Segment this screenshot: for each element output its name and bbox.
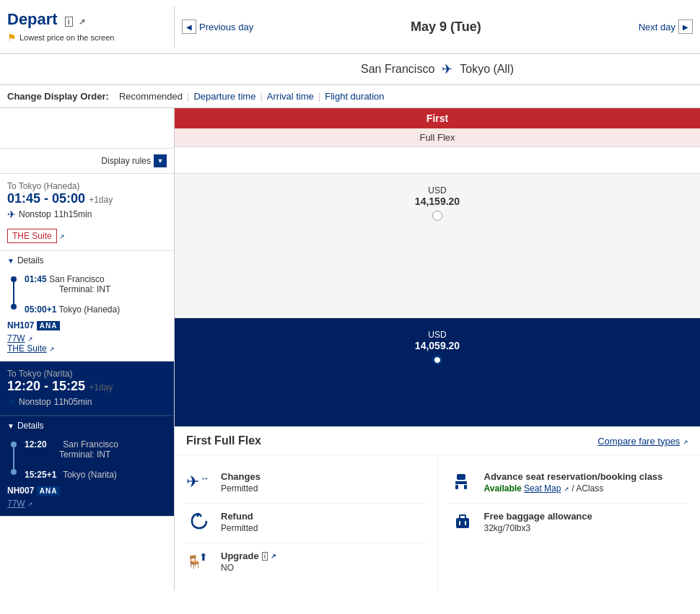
- svg-rect-7: [464, 485, 467, 489]
- flight1-radio-button[interactable]: [432, 211, 442, 221]
- svg-text:✈: ✈: [186, 473, 199, 491]
- flight1-dep-detail-time: 01:45: [25, 274, 47, 284]
- flag-icon: ⚑: [7, 32, 17, 43]
- depart-info-icon[interactable]: i: [65, 17, 73, 27]
- depart-ext-link[interactable]: ↗: [79, 17, 85, 26]
- flight2-price-amount: 14,059.20: [186, 340, 688, 351]
- fare-upgrade-title-text: Upgrade: [221, 551, 259, 561]
- flight2-dep-detail-terminal: Terminal: INT: [59, 449, 110, 460]
- flight2-radio-button[interactable]: [432, 355, 442, 365]
- display-rules-dropdown-icon: ▼: [154, 154, 167, 167]
- flight1-nonstop-row: ✈ Nonstop 11h15min: [7, 209, 167, 220]
- flight1-plane-type-link[interactable]: 77W: [7, 333, 25, 343]
- svg-rect-8: [456, 518, 469, 528]
- prev-day-label: Previous day: [199, 22, 253, 32]
- flight2-77w-ext: ↗: [27, 501, 33, 508]
- sort-arrival-time[interactable]: Arrival time: [267, 91, 314, 102]
- flight1-suite-badge[interactable]: THE Suite: [7, 229, 57, 243]
- flight2-details-toggle[interactable]: ▼ Details: [0, 416, 174, 435]
- fare-upgrade-title: Upgrade i ↗: [221, 551, 276, 561]
- origin-label: San Francisco: [361, 63, 434, 76]
- flight2-plane-icon: ✈: [7, 396, 16, 408]
- flight1-detail-suite-link[interactable]: THE Suite: [7, 343, 47, 354]
- upgrade-info-icon[interactable]: i: [262, 552, 268, 561]
- flight1-duration: 11h15min: [54, 209, 92, 219]
- flight2-price-currency: USD: [186, 330, 688, 340]
- flight1-flight-no: NH107: [7, 320, 34, 330]
- fare-detail-panel: First Full Flex Compare fare types ↗ ✈: [175, 426, 700, 591]
- flight2-dep-detail-loc: San Francisco: [63, 439, 118, 449]
- svg-rect-11: [465, 521, 466, 525]
- lowest-price-text: Lowest price on the screen: [19, 33, 114, 42]
- flight2-details-body: 12:20 San Francisco Terminal: INT 15:25+…: [0, 435, 174, 516]
- sort-sep1: |: [187, 91, 189, 102]
- sort-row: Change Display Order: Recommended | Depa…: [0, 85, 700, 108]
- flight1-details-toggle[interactable]: ▼ Details: [0, 251, 174, 270]
- fare-baggage-content: Free baggage allowance 32kg/70lbx3: [484, 511, 592, 533]
- flight2-ana-logo: ANA: [37, 486, 61, 496]
- prev-day-button[interactable]: ◀ Previous day: [182, 19, 253, 34]
- sort-recommended: Recommended: [119, 91, 183, 102]
- fare-seat-item: Advance seat reservation/booking class A…: [450, 464, 689, 504]
- flight1-77w-ext: ↗: [27, 335, 33, 343]
- sort-departure-time[interactable]: Departure time: [193, 91, 255, 102]
- flight2-time: 12:20 - 15:25 +1day: [7, 379, 167, 394]
- baggage-icon: [450, 511, 476, 535]
- fare-detail-header: First Full Flex Compare fare types ↗: [175, 427, 700, 455]
- seat-icon: [450, 471, 476, 496]
- current-date: May 9 (Tue): [411, 19, 481, 35]
- flight2-arr-time: 15:25: [52, 379, 85, 393]
- flight1-details-arrow: ▼: [7, 257, 14, 265]
- fare-col-left: ✈ ↔ Changes Permitted: [175, 455, 437, 591]
- next-arrow-icon: ▶: [678, 19, 693, 34]
- next-day-button[interactable]: Next day ▶: [639, 19, 693, 34]
- seat-map-ext-icon: ↗: [564, 486, 569, 493]
- nav-section: ◀ Previous day May 9 (Tue) Next day ▶: [175, 19, 700, 35]
- compare-fare-link[interactable]: Compare fare types ↗: [598, 436, 688, 447]
- sort-flight-duration[interactable]: Flight duration: [325, 91, 384, 102]
- fare-refund-item: Refund Permitted: [186, 504, 426, 543]
- fare-seat-content: Advance seat reservation/booking class A…: [484, 471, 663, 494]
- flight1-destination: To Tokyo (Haneda): [7, 181, 167, 191]
- flight1-section: To Tokyo (Haneda) 01:45 - 05:00 +1day ✈ …: [0, 174, 174, 361]
- flight1-details-body: 01:45 San Francisco Terminal: INT 05:00+…: [0, 270, 174, 361]
- flight2-details-arrow: ▼: [7, 422, 14, 430]
- seat-class-label: / AClass: [572, 483, 603, 494]
- flight1-price-cell[interactable]: USD 14,159.20: [175, 174, 700, 318]
- seat-map-link[interactable]: Seat Map: [524, 483, 561, 494]
- svg-rect-4: [457, 474, 465, 480]
- flight1-suite-area: THE Suite ↗: [7, 224, 167, 243]
- right-display-rules-spacer: [175, 147, 700, 174]
- flight2-plane-type-link[interactable]: 77W: [7, 499, 25, 509]
- depart-title: Depart i ↗: [7, 10, 167, 29]
- display-rules-button[interactable]: Display rules ▼: [101, 154, 167, 167]
- flight2-detail-dep: 12:20 San Francisco Terminal: INT 15:25+…: [7, 439, 167, 480]
- flight1-price-amount: 14,159.20: [186, 196, 688, 207]
- fare-changes-content: Changes Permitted: [221, 471, 261, 494]
- right-panel: First Full Flex USD 14,159.20 USD 14,059…: [175, 108, 700, 591]
- flight1-arr-detail-loc: Tokyo (Haneda): [59, 304, 121, 315]
- flight1-nonstop-label: Nonstop: [19, 209, 51, 219]
- refund-icon: [186, 511, 212, 535]
- flight2-nonstop-label: Nonstop: [19, 397, 51, 407]
- svg-rect-9: [460, 515, 465, 519]
- compare-ext-icon: ↗: [683, 439, 688, 446]
- display-rules-label: Display rules: [101, 156, 151, 166]
- flight2-destination: To Tokyo (Narita): [7, 369, 167, 379]
- sort-sep3: |: [318, 91, 320, 102]
- svg-rect-10: [459, 521, 460, 525]
- flight1-detail-flight-info: NH107 ANA 77W ↗ THE Suite ↗: [7, 320, 167, 354]
- sort-sep2: |: [260, 91, 262, 102]
- main-area: Display rules ▼ To Tokyo (Haneda) 01:45 …: [0, 108, 700, 591]
- flight1-dep-detail-terminal: Terminal: INT: [59, 284, 110, 294]
- flight2-arr-detail-loc: Tokyo (Narita): [63, 470, 117, 480]
- fare-baggage-title: Free baggage allowance: [484, 511, 592, 522]
- plane-icon: ✈: [442, 61, 452, 77]
- flight1-arr-time: 05:00: [52, 191, 85, 206]
- flight1-plane-icon: ✈: [7, 209, 16, 220]
- prev-arrow-icon: ◀: [182, 19, 196, 34]
- fare-baggage-value: 32kg/70lbx3: [484, 523, 592, 533]
- fare-refund-content: Refund Permitted: [221, 511, 258, 533]
- flight1-time-sep: -: [44, 191, 52, 206]
- flight2-price-cell[interactable]: USD 14,059.20: [175, 318, 700, 426]
